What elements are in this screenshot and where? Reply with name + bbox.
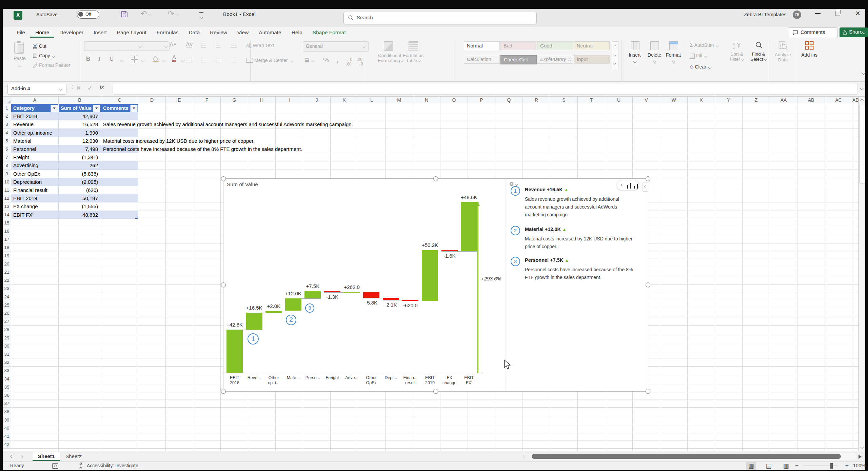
style-explanatory-t-[interactable]: Explanatory T... — [537, 55, 573, 64]
table-resize-handle[interactable] — [135, 216, 138, 219]
restore-button[interactable] — [835, 11, 840, 16]
comma-style-button[interactable]: , — [337, 56, 339, 64]
copy-button[interactable]: Copy — [33, 53, 55, 58]
column-header-C[interactable]: C — [101, 97, 138, 104]
minimize-button[interactable] — [815, 13, 821, 14]
ribbon-tab-developer[interactable]: Developer — [54, 27, 88, 38]
sheet-tab-sheet2[interactable]: Sheet2 — [60, 452, 87, 461]
align-icon-0[interactable] — [186, 43, 194, 49]
chart-toolbar[interactable] — [617, 180, 639, 190]
resize-handle[interactable] — [646, 389, 650, 394]
column-header-Y[interactable]: Y — [715, 97, 743, 104]
undo-button[interactable]: ↶ — [141, 9, 151, 18]
percent-style-button[interactable]: % — [323, 56, 329, 64]
toolbar-collapse-icon[interactable] — [621, 184, 624, 187]
row-header-26[interactable]: 26 — [3, 309, 11, 317]
column-header-AA[interactable]: AA — [770, 97, 797, 104]
row-header-25[interactable]: 25 — [3, 301, 11, 309]
accessibility-icon[interactable] — [78, 463, 84, 469]
column-header-D[interactable]: D — [138, 97, 166, 104]
normal-view-button[interactable]: ▦ — [746, 462, 756, 470]
prev-sheet-icon[interactable] — [11, 455, 14, 458]
filter-button-1[interactable] — [93, 105, 100, 112]
table-cell-comment-11[interactable] — [101, 186, 138, 194]
align-icon-2[interactable] — [216, 43, 224, 49]
redo-button[interactable]: ↷ — [168, 9, 178, 18]
font-color-button[interactable]: A — [172, 54, 176, 62]
bar-revenue[interactable] — [246, 313, 262, 330]
zoom-in-button[interactable]: + — [845, 462, 849, 469]
column-header-O[interactable]: O — [440, 97, 468, 104]
resize-handle[interactable] — [221, 282, 226, 287]
table-cell-category-13[interactable]: FX change — [11, 202, 59, 211]
row-header-20[interactable]: 20 — [3, 260, 11, 268]
gallery-scrollbar[interactable] — [612, 41, 618, 69]
vertical-scroll-thumb[interactable] — [860, 105, 865, 183]
row-header-9[interactable]: 9 — [3, 170, 11, 178]
save-button[interactable] — [121, 11, 128, 18]
waterfall-chart[interactable]: Sum of Value +42.8KEBIT2018+16.5KReve...… — [223, 178, 648, 392]
row-header-40[interactable]: 40 — [3, 424, 11, 432]
font-size-combo[interactable] — [142, 41, 170, 51]
row-header-1[interactable]: 1 — [3, 104, 11, 112]
cancel-icon[interactable]: ✕ — [76, 84, 81, 92]
table-cell-value-8[interactable]: 262 — [59, 161, 101, 170]
ribbon-tab-formulas[interactable]: Formulas — [152, 27, 184, 38]
fill-color-chevron-icon[interactable] — [162, 59, 166, 62]
row-header-41[interactable]: 41 — [3, 432, 11, 440]
panel-collapse-tab[interactable] — [643, 182, 648, 192]
style-input[interactable]: Input — [574, 55, 610, 64]
resize-handle[interactable] — [433, 389, 438, 394]
column-header-F[interactable]: F — [193, 97, 221, 104]
ribbon-tab-automate[interactable]: Automate — [254, 27, 286, 38]
row-header-11[interactable]: 11 — [3, 186, 11, 194]
bar-ebit-2018[interactable] — [226, 330, 243, 373]
formula-input[interactable] — [113, 84, 858, 95]
table-cell-category-14[interactable]: EBIT FX' — [11, 211, 59, 219]
name-box[interactable]: Add-in 4 — [7, 84, 66, 95]
table-cell-value-13[interactable]: (1,555) — [59, 202, 101, 211]
row-header-3[interactable]: 3 — [3, 120, 11, 129]
ribbon-tab-home[interactable]: Home — [30, 27, 54, 38]
column-header-J[interactable]: J — [303, 97, 331, 104]
column-header-B[interactable]: B — [59, 97, 101, 104]
row-header-18[interactable]: 18 — [3, 243, 11, 252]
column-header-P[interactable]: P — [468, 97, 495, 104]
row-header-8[interactable]: 8 — [3, 161, 11, 170]
style-calculation[interactable]: Calculation — [464, 55, 500, 64]
cut-button[interactable]: Cut — [33, 43, 46, 49]
insert-function-icon[interactable]: fx — [100, 84, 104, 91]
align-icon-3[interactable] — [186, 58, 194, 64]
row-header-33[interactable]: 33 — [3, 367, 11, 375]
row-header-34[interactable]: 34 — [3, 375, 11, 383]
column-header-X[interactable]: X — [688, 97, 715, 104]
column-header-H[interactable]: H — [248, 97, 276, 104]
style-check-cell[interactable]: Check Cell — [500, 55, 537, 64]
bar-other-opex[interactable] — [363, 292, 379, 298]
format-painter-button[interactable]: Format Painter — [33, 62, 70, 68]
scroll-up-icon[interactable] — [861, 99, 864, 102]
bar-fx-change[interactable] — [441, 250, 458, 252]
next-sheet-icon[interactable] — [20, 455, 23, 458]
ribbon-tab-help[interactable]: Help — [287, 27, 308, 38]
column-header-Z[interactable]: Z — [743, 97, 770, 104]
bar-ebit-fx-[interactable] — [461, 202, 477, 252]
bar-financial-result[interactable] — [402, 300, 418, 301]
column-header-AD[interactable]: AD — [852, 97, 859, 104]
align-icon-1[interactable] — [201, 43, 209, 49]
filter-button-0[interactable] — [51, 105, 58, 112]
column-header-I[interactable]: I — [276, 97, 303, 104]
ribbon-tab-review[interactable]: Review — [205, 27, 232, 38]
row-header-10[interactable]: 10 — [3, 178, 11, 186]
column-header-AB[interactable]: AB — [797, 97, 825, 104]
column-header-R[interactable]: R — [523, 97, 550, 104]
scroll-right-icon[interactable] — [859, 455, 862, 459]
row-header-12[interactable]: 12 — [3, 194, 11, 202]
row-header-36[interactable]: 36 — [3, 391, 11, 399]
table-cell-category-7[interactable]: Freight — [11, 153, 59, 161]
qat-customize-button[interactable] — [199, 12, 203, 20]
paste-button[interactable]: Paste — [9, 41, 29, 72]
table-cell-value-7[interactable]: (1,341) — [59, 153, 101, 161]
row-header-22[interactable]: 22 — [3, 276, 11, 284]
style-neutral[interactable]: Neutral — [574, 41, 610, 50]
